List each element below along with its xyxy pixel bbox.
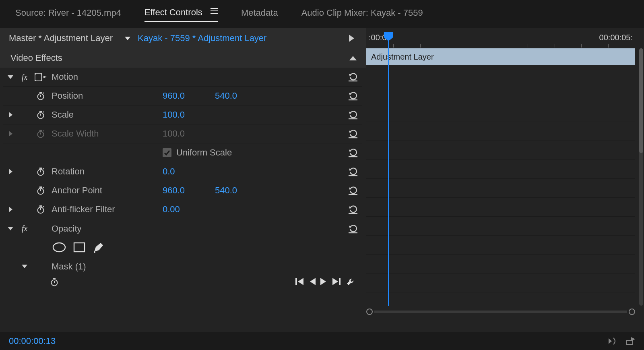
vertical-scrollbar[interactable] <box>639 48 643 306</box>
svg-rect-2 <box>41 73 42 75</box>
position-label: Position <box>50 91 163 101</box>
stopwatch-icon[interactable] <box>31 167 50 176</box>
svg-rect-4 <box>41 80 42 81</box>
effect-timeline[interactable]: :00:00 00:00:05: Adjustment Layer <box>366 28 644 332</box>
reset-button[interactable] <box>344 205 362 214</box>
tab-audio-mixer[interactable]: Audio Clip Mixer: Kayak - 7559 <box>301 8 423 21</box>
uniform-scale-checkbox[interactable] <box>163 148 171 157</box>
track-forward-icon[interactable] <box>332 278 341 285</box>
ellipse-mask-icon[interactable] <box>52 242 66 253</box>
svg-line-17 <box>43 112 44 112</box>
motion-label: Motion <box>50 72 163 82</box>
timeline-tracks <box>366 65 635 306</box>
stopwatch-icon[interactable] <box>31 91 50 100</box>
twirl-down-icon[interactable] <box>8 75 13 79</box>
twirl-down-icon[interactable] <box>8 227 13 230</box>
export-icon[interactable] <box>625 337 635 345</box>
property-position: Position 960.0 540.0 <box>3 87 362 106</box>
reset-button[interactable] <box>344 110 362 120</box>
zoom-handle-right[interactable] <box>629 309 635 315</box>
svg-rect-16 <box>39 111 42 112</box>
master-clip-label[interactable]: Master * Adjustment Layer <box>0 33 125 43</box>
video-effects-label: Video Effects <box>10 53 62 63</box>
timeline-clip-block[interactable]: Adjustment Layer <box>366 48 635 65</box>
reset-button[interactable] <box>344 167 362 176</box>
rotation-value[interactable]: 0.0 <box>163 166 215 177</box>
svg-rect-55 <box>295 278 297 285</box>
position-y-value[interactable]: 540.0 <box>215 91 267 101</box>
stopwatch-icon <box>31 129 50 138</box>
tab-source[interactable]: Source: River - 14205.mp4 <box>15 8 121 21</box>
scale-value[interactable]: 100.0 <box>163 110 215 120</box>
scale-label: Scale <box>50 110 163 120</box>
anchor-x-value[interactable]: 960.0 <box>163 185 215 196</box>
uniform-scale-label: Uniform Scale <box>176 147 232 158</box>
stopwatch-icon[interactable] <box>50 278 59 286</box>
sequence-clip-label[interactable]: Kayak - 7559 * Adjustment Layer <box>138 33 349 43</box>
svg-line-31 <box>43 168 44 169</box>
current-timecode[interactable]: 00:00:00:13 <box>9 336 56 346</box>
antiflicker-value[interactable]: 0.00 <box>163 204 215 215</box>
zoom-handle-left[interactable] <box>366 309 373 315</box>
main-area: Master * Adjustment Layer Kayak - 7559 *… <box>0 28 644 332</box>
antiflicker-label: Anti-flicker Filter <box>50 204 163 215</box>
panel-tabs: Source: River - 14205.mp4 Effect Control… <box>0 0 644 28</box>
reset-button[interactable] <box>344 186 362 195</box>
chevron-down-icon[interactable] <box>125 37 130 40</box>
svg-rect-0 <box>35 74 41 80</box>
svg-rect-49 <box>74 243 85 252</box>
svg-point-48 <box>53 243 65 252</box>
reset-button[interactable] <box>344 129 362 139</box>
property-scale: Scale 100.0 <box>3 106 362 124</box>
anchor-y-value[interactable]: 540.0 <box>215 185 267 196</box>
scrollbar-thumb[interactable] <box>639 48 643 153</box>
effect-motion[interactable]: fx Motion <box>3 68 362 87</box>
panel-menu-icon[interactable] <box>211 6 218 15</box>
property-anti-flicker: Anti-flicker Filter 0.00 <box>3 200 362 219</box>
twirl-right-icon[interactable] <box>9 207 12 212</box>
stopwatch-icon[interactable] <box>31 205 50 214</box>
svg-rect-53 <box>53 278 56 279</box>
direct-manip-icon[interactable] <box>31 72 50 81</box>
svg-line-23 <box>43 130 44 131</box>
rect-mask-icon[interactable] <box>73 242 85 253</box>
tab-metadata[interactable]: Metadata <box>241 8 278 21</box>
stopwatch-icon[interactable] <box>31 186 50 195</box>
fx-badge-icon[interactable]: fx <box>22 224 27 233</box>
mask-1[interactable]: Mask (1) <box>3 257 362 276</box>
twirl-right-icon[interactable] <box>9 169 12 174</box>
stopwatch-icon[interactable] <box>31 110 50 119</box>
ruler-end-label: 00:00:05: <box>599 33 633 42</box>
reset-button[interactable] <box>344 224 362 234</box>
twirl-right-icon[interactable] <box>9 112 12 118</box>
horizontal-zoom-scrollbar[interactable] <box>366 308 635 315</box>
fx-badge-icon[interactable]: fx <box>22 72 27 82</box>
collapse-icon[interactable] <box>349 56 357 60</box>
svg-marker-56 <box>310 278 316 285</box>
play-icon[interactable] <box>349 35 354 42</box>
property-anchor-point: Anchor Point 960.0 540.0 <box>3 181 362 200</box>
reset-button[interactable] <box>344 91 362 101</box>
reset-button[interactable] <box>344 72 362 82</box>
pen-mask-icon[interactable] <box>93 242 104 253</box>
tab-effect-controls[interactable]: Effect Controls <box>144 6 218 22</box>
video-effects-header[interactable]: Video Effects <box>0 48 366 68</box>
play-audio-icon[interactable] <box>609 337 619 345</box>
svg-line-37 <box>43 187 44 188</box>
time-ruler[interactable]: :00:00 00:00:05: <box>366 28 635 48</box>
prev-keyframe-icon[interactable] <box>308 278 316 285</box>
position-x-value[interactable]: 960.0 <box>163 91 215 101</box>
track-backward-icon[interactable] <box>295 278 303 285</box>
svg-rect-3 <box>35 80 36 81</box>
twirl-down-icon[interactable] <box>22 265 27 268</box>
effect-opacity[interactable]: fx Opacity <box>3 219 362 238</box>
svg-rect-61 <box>626 340 633 344</box>
next-keyframe-icon[interactable] <box>320 278 328 285</box>
playhead-line[interactable] <box>388 40 389 306</box>
wrench-icon[interactable] <box>346 278 354 286</box>
reset-button[interactable] <box>344 148 362 157</box>
property-list: fx Motion Position 960.0 540.0 <box>0 68 366 332</box>
svg-line-43 <box>43 206 44 207</box>
property-uniform-scale: Uniform Scale <box>3 143 362 162</box>
mask-label: Mask (1) <box>50 261 163 272</box>
